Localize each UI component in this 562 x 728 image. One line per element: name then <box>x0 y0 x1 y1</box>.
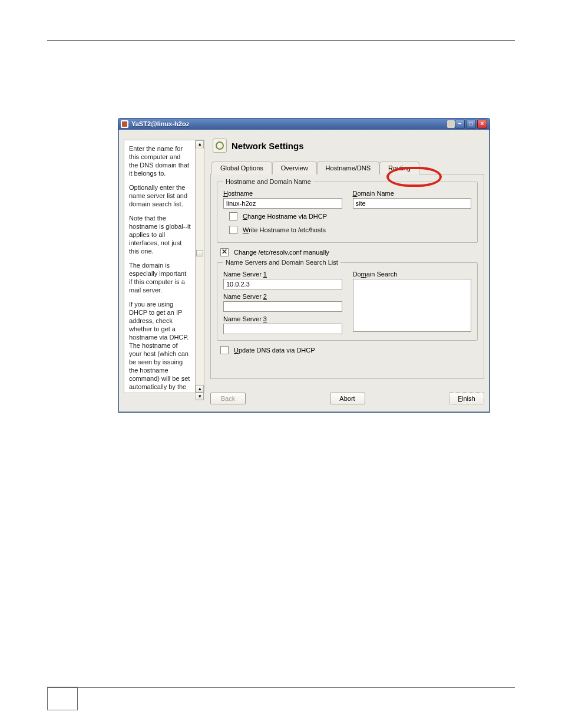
hostname-input[interactable] <box>223 198 342 209</box>
minimize-button[interactable]: – <box>455 120 465 129</box>
back-button: Back <box>210 393 246 404</box>
scroll-up-icon[interactable]: ▴ <box>196 140 204 149</box>
cb-change-resolvconf-manually[interactable]: Change /etc/resolv.conf manually <box>218 246 478 258</box>
tab-global-options[interactable]: Global Options <box>211 162 272 174</box>
help-scrollbar[interactable]: ▴ ▴ ▾ <box>195 140 204 393</box>
help-sidebar: Enter the name for this computer and the… <box>124 140 204 393</box>
help-text: Enter the name for this computer and the… <box>124 140 196 393</box>
scroll-down-icon[interactable]: ▾ <box>196 393 204 400</box>
legend-hostname-domain: Hostname and Domain Name <box>223 178 313 185</box>
window-title: YaST2@linux-h2oz <box>131 118 444 130</box>
fieldset-hostname-domain: Hostname and Domain Name Hostname Domain… <box>217 178 478 243</box>
page-title: Network Settings <box>232 141 304 151</box>
cb-write-hostname-etc-hosts[interactable]: Write Hostname to /etc/hosts <box>227 224 471 236</box>
domain-name-input[interactable] <box>353 198 472 209</box>
tab-routing[interactable]: Routing <box>379 162 419 174</box>
tab-panel: Hostname and Domain Name Hostname Domain… <box>210 174 484 379</box>
scroll-up2-icon[interactable]: ▴ <box>196 385 204 393</box>
titlebar-badge-icon <box>447 120 455 128</box>
maximize-button[interactable]: □ <box>466 120 476 129</box>
label-domain-search: Domain Search <box>353 271 472 278</box>
app-icon <box>121 120 128 128</box>
network-settings-icon <box>213 139 227 153</box>
legend-nameservers: Name Servers and Domain Search List <box>223 259 340 266</box>
tabs: Global Options Overview Hostname/DNS Rou… <box>211 161 484 174</box>
ns2-input[interactable] <box>223 301 342 312</box>
fieldset-nameservers: Name Servers and Domain Search List Name… <box>217 259 478 341</box>
ns3-input[interactable] <box>223 324 342 334</box>
close-button[interactable]: × <box>477 120 487 129</box>
abort-button[interactable]: Abort <box>330 393 365 404</box>
label-ns3: Name Server 3 <box>223 315 342 322</box>
label-ns1: Name Server 1 <box>223 271 342 278</box>
ns1-input[interactable] <box>223 279 342 289</box>
cb-update-dns-dhcp[interactable]: Update DNS data via DHCP <box>218 344 478 356</box>
yast-window: YaST2@linux-h2oz – □ × Enter the name fo… <box>118 118 490 413</box>
titlebar[interactable]: YaST2@linux-h2oz – □ × <box>118 118 490 130</box>
label-domain-name: Domain Name <box>353 190 472 197</box>
label-hostname: Hostname <box>223 190 342 197</box>
tab-hostname-dns[interactable]: Hostname/DNS <box>317 162 379 174</box>
label-ns2: Name Server 2 <box>223 293 342 300</box>
cb-change-hostname-dhcp[interactable]: Change Hostname via DHCP <box>227 210 471 222</box>
wizard-footer: Back Abort Finish <box>210 391 484 406</box>
main-panel: Network Settings Global Options Overview… <box>210 137 484 388</box>
tab-overview[interactable]: Overview <box>272 162 317 174</box>
domain-search-input[interactable] <box>353 279 472 332</box>
finish-button[interactable]: Finish <box>449 393 484 404</box>
scroll-thumb[interactable] <box>196 250 203 256</box>
